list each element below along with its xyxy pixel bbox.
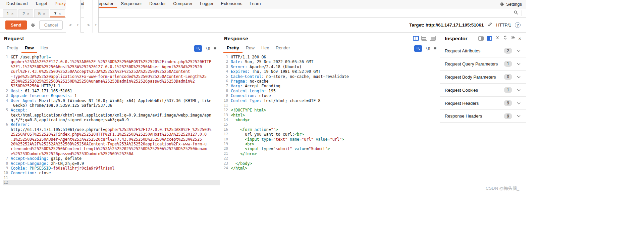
- tab-close-icon[interactable]: ×: [59, 12, 61, 16]
- menu-item-target[interactable]: Target: [32, 0, 51, 8]
- code-text: GET /use.php?url=: [11, 55, 51, 59]
- menu-item-sequencer[interactable]: Sequencer: [117, 0, 146, 8]
- editor-tabs: PrettyRawHex: [3, 44, 52, 53]
- repeater-tab-2[interactable]: 2×: [18, 9, 33, 17]
- nonprinting-chars-toggle[interactable]: \n: [205, 46, 210, 51]
- code-line: 6Pragma: no-cache: [223, 79, 440, 84]
- menu-item-extensions[interactable]: Extensions: [217, 0, 246, 8]
- code-text: <input type="submit" value="Submit">: [231, 146, 330, 151]
- code-line: 10Content-Type: text/html; charset=UTF-8: [223, 98, 440, 103]
- code-line: 13<html>: [223, 113, 440, 118]
- code-line: Gecko) Chrome/108.0.5359.125 Safari/537.…: [3, 103, 220, 108]
- code-text: Expires: Thu, 19 Nov 1981 08:52:00 GMT: [231, 69, 320, 74]
- collapse-all-icon[interactable]: [495, 35, 500, 41]
- search-icon[interactable]: [514, 10, 518, 16]
- count-badge: 1: [504, 87, 512, 93]
- code-line: 21 </form>: [223, 151, 440, 156]
- cancel-button[interactable]: Cancel: [39, 20, 63, 30]
- menu-item-dashboard[interactable]: Dashboard: [3, 0, 32, 8]
- editor-tab-raw[interactable]: Raw: [21, 44, 37, 53]
- tab-label: 2: [22, 11, 25, 16]
- editor-tab-pretty[interactable]: Pretty: [223, 44, 243, 53]
- line-number: [3, 59, 11, 64]
- code-line: http://61.147.171.105:51061/use.php?url=…: [3, 127, 220, 132]
- code-line: 25250APOST%252520%2Findex.php%252520HTTP…: [3, 132, 220, 137]
- close-icon[interactable]: ×: [518, 36, 521, 41]
- code-line: 3Upgrade-Insecure-Requests: 1: [3, 93, 220, 98]
- send-button[interactable]: Send: [5, 20, 27, 30]
- inspector-section-request-body-parameters[interactable]: Request Body Parameters0: [440, 70, 526, 83]
- code-text: .1%25250D%25250AUser-Agent%253A%252520cu…: [11, 137, 202, 142]
- line-number: 11: [223, 103, 231, 108]
- repeater-tab-5[interactable]: 5×: [34, 9, 49, 17]
- menu-bar-items: DashboardTargetProxyIntruderRepeaterSequ…: [3, 0, 264, 8]
- line-number: 20: [223, 146, 231, 151]
- code-area[interactable]: 1GET /use.php?url=gopher%253A%2F%2F127.0…: [0, 53, 220, 185]
- editor-tab-raw[interactable]: Raw: [243, 44, 258, 53]
- editor-tab-icons: \n ≡: [414, 44, 436, 53]
- expand-collapse-icon[interactable]: [503, 35, 507, 41]
- tab-label: 1: [7, 11, 9, 16]
- session-tabs: 1×2×5×7×: [3, 8, 66, 17]
- edit-target-pencil-icon[interactable]: [487, 22, 492, 28]
- inspector-section-request-cookies[interactable]: Request Cookies1: [440, 83, 526, 96]
- inspector-section-request-headers[interactable]: Request Headers9: [440, 96, 526, 109]
- burp-suite-window: DashboardTargetProxyIntruderRepeaterSequ…: [0, 0, 526, 226]
- editor-menu-icon[interactable]: ≡: [214, 46, 216, 51]
- layout-rows-icon[interactable]: [421, 36, 427, 41]
- code-line: 11: [3, 176, 220, 180]
- tab-close-icon[interactable]: ×: [43, 12, 45, 16]
- layout-columns-icon[interactable]: [413, 36, 419, 41]
- editor-tab-pretty[interactable]: Pretty: [3, 44, 21, 53]
- inspector-section-response-headers[interactable]: Response Headers9: [440, 109, 526, 123]
- line-number: [3, 74, 11, 79]
- code-text: </form>: [231, 151, 257, 156]
- section-label: Response Headers: [445, 114, 482, 119]
- editor-tab-hex[interactable]: Hex: [37, 44, 52, 53]
- menu-item-logger[interactable]: Logger: [196, 0, 217, 8]
- line-number: 7: [3, 156, 11, 161]
- code-line: 11: [223, 103, 440, 108]
- code-line: 18 <input type="text" name="url" value="…: [223, 137, 440, 142]
- code-text: 20%25252A%2F%25252A%25250D%25250AContent…: [11, 142, 207, 146]
- line-number: 3: [3, 93, 11, 98]
- request-editor: Request PrettyRawHex \n ≡ 1GET /use.php?…: [0, 33, 220, 226]
- code-text: Content-Type: text/html; charset=UTF-8: [231, 98, 320, 103]
- tab-label: 7: [54, 11, 56, 16]
- menu-item-comparer[interactable]: Comparer: [169, 0, 196, 8]
- code-text: Connection: close: [231, 93, 271, 98]
- line-number: 1: [223, 55, 231, 59]
- menu-item-decoder[interactable]: Decoder: [146, 0, 169, 8]
- inspector-gear-icon[interactable]: [511, 35, 515, 41]
- inspector-section-request-attributes[interactable]: Request Attributes2: [440, 44, 526, 57]
- line-number: 7: [223, 84, 231, 88]
- code-text: text/html,application/xhtml+xml,applicat…: [11, 113, 211, 118]
- code-area[interactable]: 1HTTP/1.1 200 OK2Date: Sun, 25 Dec 2022 …: [220, 53, 440, 171]
- code-line: 3Server: Apache/2.4.18 (Ubuntu): [223, 64, 440, 69]
- code-line: 1HTTP/1.1 200 OK: [223, 55, 440, 59]
- search-toggle-button[interactable]: [194, 45, 202, 52]
- line-number: [3, 127, 11, 132]
- tab-close-icon[interactable]: ×: [11, 12, 13, 16]
- dock-right-icon[interactable]: [487, 36, 492, 41]
- tab-bar-right: [514, 8, 526, 17]
- editor-menu-icon[interactable]: ≡: [434, 46, 436, 51]
- repeater-tab-1[interactable]: 1×: [3, 9, 17, 17]
- layout-single-icon[interactable]: [430, 36, 436, 41]
- menu-item-learn[interactable]: Learn: [246, 0, 264, 8]
- editor-tab-render[interactable]: Render: [272, 44, 293, 53]
- inspector-section-request-query-parameters[interactable]: Request Query Parameters1: [440, 57, 526, 70]
- editor-tab-hex[interactable]: Hex: [258, 44, 272, 53]
- code-text: Upgrade-Insecure-Requests: 1: [11, 93, 77, 98]
- http-version-selector[interactable]: HTTP/1: [496, 22, 511, 28]
- send-settings-gear-icon[interactable]: [30, 22, 36, 28]
- help-icon[interactable]: ?: [515, 22, 521, 28]
- code-text: <!DOCTYPE html>: [231, 108, 266, 112]
- settings-button[interactable]: Settings: [500, 0, 526, 8]
- dock-left-icon[interactable]: [478, 36, 484, 41]
- code-line: rlencoded%25250D%25250AContent-Length%25…: [3, 146, 220, 151]
- nonprinting-chars-toggle[interactable]: \n: [425, 46, 430, 51]
- search-toggle-button[interactable]: [414, 45, 422, 52]
- tab-close-icon[interactable]: ×: [27, 12, 29, 16]
- repeater-tab-7[interactable]: 7×: [50, 9, 65, 17]
